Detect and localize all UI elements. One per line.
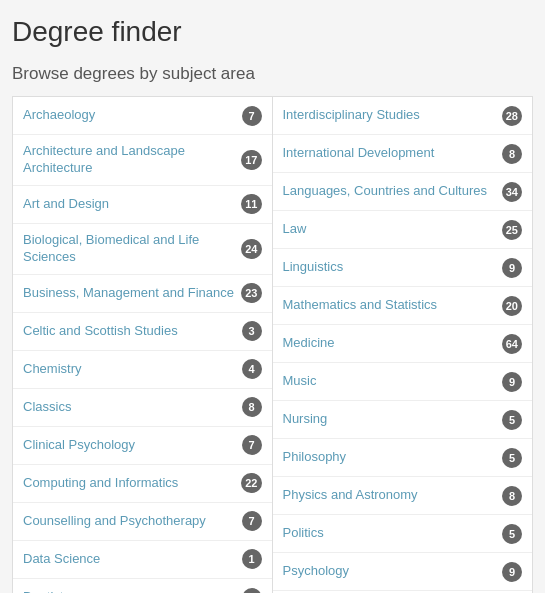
subject-count-badge: 64 bbox=[502, 334, 522, 354]
subject-count-badge: 7 bbox=[242, 435, 262, 455]
list-item[interactable]: Architecture and Landscape Architecture1… bbox=[13, 135, 272, 186]
subject-count-badge: 4 bbox=[242, 359, 262, 379]
subject-count-badge: 23 bbox=[241, 283, 261, 303]
list-item[interactable]: Languages, Countries and Cultures34 bbox=[273, 173, 533, 211]
subject-count-badge: 7 bbox=[242, 588, 262, 593]
subject-count-badge: 25 bbox=[502, 220, 522, 240]
list-item[interactable]: Linguistics9 bbox=[273, 249, 533, 287]
subject-label: Linguistics bbox=[283, 259, 503, 276]
subject-label: Philosophy bbox=[283, 449, 503, 466]
subject-count-badge: 11 bbox=[241, 194, 261, 214]
subject-count-badge: 34 bbox=[502, 182, 522, 202]
subject-label: Counselling and Psychotherapy bbox=[23, 513, 242, 530]
list-item[interactable]: Data Science1 bbox=[13, 541, 272, 579]
list-item[interactable]: Psychology9 bbox=[273, 553, 533, 591]
subject-label: Celtic and Scottish Studies bbox=[23, 323, 242, 340]
subject-label: Mathematics and Statistics bbox=[283, 297, 502, 314]
subject-label: Languages, Countries and Cultures bbox=[283, 183, 502, 200]
page-title: Degree finder bbox=[12, 16, 533, 48]
subject-count-badge: 9 bbox=[502, 562, 522, 582]
list-item[interactable]: Archaeology7 bbox=[13, 97, 272, 135]
list-item[interactable]: Law25 bbox=[273, 211, 533, 249]
list-item[interactable]: Politics5 bbox=[273, 515, 533, 553]
subject-label: Dentistry bbox=[23, 589, 242, 593]
list-item[interactable]: Chemistry4 bbox=[13, 351, 272, 389]
subject-label: Classics bbox=[23, 399, 242, 416]
subject-label: Computing and Informatics bbox=[23, 475, 241, 492]
list-item[interactable]: Music9 bbox=[273, 363, 533, 401]
subject-label: Medicine bbox=[283, 335, 502, 352]
subject-label: Archaeology bbox=[23, 107, 242, 124]
subject-count-badge: 17 bbox=[241, 150, 261, 170]
subject-count-badge: 28 bbox=[502, 106, 522, 126]
list-item[interactable]: Physics and Astronomy8 bbox=[273, 477, 533, 515]
left-column: Archaeology7Architecture and Landscape A… bbox=[13, 97, 273, 593]
subject-label: Music bbox=[283, 373, 503, 390]
right-column: Interdisciplinary Studies28International… bbox=[273, 97, 533, 593]
subject-count-badge: 1 bbox=[242, 549, 262, 569]
subject-count-badge: 20 bbox=[502, 296, 522, 316]
list-item[interactable]: Business, Management and Finance23 bbox=[13, 275, 272, 313]
subject-label: Chemistry bbox=[23, 361, 242, 378]
list-item[interactable]: International Development8 bbox=[273, 135, 533, 173]
page-container: Degree finder Browse degrees by subject … bbox=[0, 0, 545, 593]
list-item[interactable]: Philosophy5 bbox=[273, 439, 533, 477]
subject-label: Politics bbox=[283, 525, 503, 542]
list-item[interactable]: Dentistry7 bbox=[13, 579, 272, 593]
subject-label: Psychology bbox=[283, 563, 503, 580]
subject-count-badge: 5 bbox=[502, 524, 522, 544]
subject-label: Clinical Psychology bbox=[23, 437, 242, 454]
subject-count-badge: 5 bbox=[502, 448, 522, 468]
subject-count-badge: 22 bbox=[241, 473, 261, 493]
subject-count-badge: 8 bbox=[242, 397, 262, 417]
subject-count-badge: 24 bbox=[241, 239, 261, 259]
subject-count-badge: 9 bbox=[502, 372, 522, 392]
list-item[interactable]: Art and Design11 bbox=[13, 186, 272, 224]
subject-label: Law bbox=[283, 221, 502, 238]
page-subtitle: Browse degrees by subject area bbox=[12, 64, 533, 84]
list-item[interactable]: Mathematics and Statistics20 bbox=[273, 287, 533, 325]
list-item[interactable]: Computing and Informatics22 bbox=[13, 465, 272, 503]
list-item[interactable]: Counselling and Psychotherapy7 bbox=[13, 503, 272, 541]
subject-grid: Archaeology7Architecture and Landscape A… bbox=[12, 96, 533, 593]
subject-label: Data Science bbox=[23, 551, 242, 568]
subject-count-badge: 9 bbox=[502, 258, 522, 278]
list-item[interactable]: Biological, Biomedical and Life Sciences… bbox=[13, 224, 272, 275]
subject-label: Architecture and Landscape Architecture bbox=[23, 143, 241, 177]
subject-label: Physics and Astronomy bbox=[283, 487, 503, 504]
subject-count-badge: 7 bbox=[242, 106, 262, 126]
subject-label: Art and Design bbox=[23, 196, 241, 213]
subject-label: Interdisciplinary Studies bbox=[283, 107, 502, 124]
subject-count-badge: 8 bbox=[502, 486, 522, 506]
list-item[interactable]: Interdisciplinary Studies28 bbox=[273, 97, 533, 135]
list-item[interactable]: Nursing5 bbox=[273, 401, 533, 439]
subject-count-badge: 5 bbox=[502, 410, 522, 430]
subject-label: Biological, Biomedical and Life Sciences bbox=[23, 232, 241, 266]
list-item[interactable]: Medicine64 bbox=[273, 325, 533, 363]
list-item[interactable]: Celtic and Scottish Studies3 bbox=[13, 313, 272, 351]
subject-count-badge: 8 bbox=[502, 144, 522, 164]
subject-label: Business, Management and Finance bbox=[23, 285, 241, 302]
list-item[interactable]: Clinical Psychology7 bbox=[13, 427, 272, 465]
subject-count-badge: 7 bbox=[242, 511, 262, 531]
subject-label: Nursing bbox=[283, 411, 503, 428]
subject-count-badge: 3 bbox=[242, 321, 262, 341]
subject-label: International Development bbox=[283, 145, 503, 162]
list-item[interactable]: Classics8 bbox=[13, 389, 272, 427]
